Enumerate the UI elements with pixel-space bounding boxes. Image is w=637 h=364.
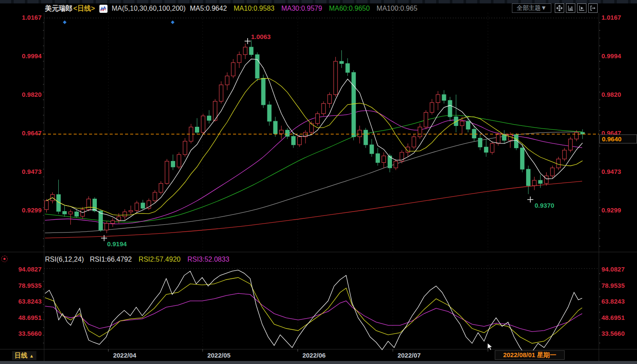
price-tick-label: 0.9299 bbox=[601, 206, 621, 213]
rsi-line-rsi2 bbox=[45, 277, 582, 343]
price-tick-label: 0.9820 bbox=[0, 91, 42, 97]
ma-value: MA5:0.9642 bbox=[190, 5, 227, 12]
price-tick-label: 1.0167 bbox=[601, 14, 621, 21]
month-label: 2022/07 bbox=[398, 352, 421, 359]
horizontal-scrollbar[interactable] bbox=[0, 361, 637, 364]
ma-value: MA10:0.9583 bbox=[234, 5, 275, 12]
ma-line-ma200 bbox=[45, 181, 582, 238]
ma-params-label: MA(5,10,30,60,100,200) bbox=[112, 5, 186, 12]
rsi-value: RSI2:57.4920 bbox=[139, 256, 181, 263]
price-tick-label: 0.9647 bbox=[0, 129, 42, 136]
rsi-value-list: RSI1:66.4792RSI2:57.4920RSI3:52.0833 bbox=[90, 256, 230, 263]
rsi-tick-label: 33.5660 bbox=[601, 330, 625, 337]
ma-value: MA100:0.965 bbox=[377, 5, 417, 12]
chart-controls: 全部主题▼ bbox=[512, 3, 598, 13]
event-dot bbox=[63, 21, 66, 24]
indicator-record-icon[interactable] bbox=[1, 256, 8, 262]
rsi-tick-label: 78.9535 bbox=[0, 282, 42, 288]
candlesticks bbox=[45, 40, 584, 233]
rsi-tick-label: 94.0827 bbox=[601, 266, 625, 272]
low-annotation-2: 0.9370 bbox=[535, 202, 554, 209]
mouse-cursor bbox=[487, 343, 493, 353]
high-annotation: 1.0063 bbox=[251, 33, 271, 40]
main-chart-legend: 美元瑞郎 <日线> MA(5,10,30,60,100,200) MA5:0.9… bbox=[45, 3, 417, 14]
ma-value-list: MA5:0.9642MA10:0.9583MA30:0.9579MA60:0.9… bbox=[190, 5, 417, 12]
y-axis-scale-icon[interactable] bbox=[566, 3, 575, 13]
rsi-tick-label: 33.5660 bbox=[0, 330, 42, 337]
rsi-tick-label: 63.8243 bbox=[601, 298, 625, 304]
ma-line-ma100 bbox=[45, 132, 582, 233]
rsi-tick-label: 78.9535 bbox=[601, 282, 625, 288]
pan-tool-icon[interactable] bbox=[555, 3, 564, 13]
kline-chart-icon[interactable] bbox=[99, 5, 108, 13]
rsi-tick-label: 63.8243 bbox=[0, 298, 42, 304]
rsi-legend: RSI(6,12,24) RSI1:66.4792RSI2:57.4920RSI… bbox=[45, 255, 229, 264]
time-axis-bar: 日线 ▲ 2022/042022/052022/062022/07 2022/0… bbox=[0, 349, 637, 361]
rsi-tick-label: 48.6951 bbox=[601, 314, 625, 320]
x-axis-play-icon[interactable] bbox=[577, 3, 586, 13]
month-label: 2022/06 bbox=[302, 352, 326, 359]
price-tick-label: 0.9820 bbox=[601, 91, 621, 97]
month-label: 2022/04 bbox=[113, 352, 136, 359]
crosshair-date-tooltip: 2022/08/01 星期一 bbox=[495, 350, 565, 360]
rsi-value: RSI3:52.0833 bbox=[187, 256, 229, 263]
price-tick-label: 0.9299 bbox=[0, 206, 42, 213]
price-tick-label: 0.9994 bbox=[601, 52, 621, 59]
price-tick-label: 1.0167 bbox=[0, 14, 42, 21]
price-tick-label: 0.9473 bbox=[0, 168, 42, 174]
period-selector-label: 日线 bbox=[15, 352, 27, 359]
chart-canvas[interactable] bbox=[0, 0, 637, 364]
price-tick-label: 0.9994 bbox=[0, 52, 42, 59]
rsi-tick-label: 48.6951 bbox=[0, 314, 42, 320]
symbol-name[interactable]: 美元瑞郎 bbox=[45, 4, 72, 13]
symbol-period-tag: <日线> bbox=[73, 4, 95, 13]
price-tick-label: 0.9473 bbox=[601, 168, 621, 174]
rsi-lines bbox=[45, 270, 582, 356]
ma-line-ma10 bbox=[47, 78, 583, 215]
last-price-badge: 0.9640 bbox=[599, 134, 637, 143]
ma-value: MA30:0.9579 bbox=[281, 5, 322, 12]
trading-chart-app: 美元瑞郎 <日线> MA(5,10,30,60,100,200) MA5:0.9… bbox=[0, 0, 637, 364]
exit-chart-icon[interactable] bbox=[588, 3, 598, 13]
grid-lines bbox=[0, 13, 637, 361]
rsi-tick-label: 94.0827 bbox=[0, 266, 42, 272]
theme-selector-button[interactable]: 全部主题▼ bbox=[512, 3, 551, 13]
rsi-params-label: RSI(6,12,24) bbox=[45, 256, 84, 263]
rsi-value: RSI1:66.4792 bbox=[90, 256, 132, 263]
rsi-line-rsi1 bbox=[45, 270, 582, 356]
annotation-markers bbox=[63, 21, 533, 241]
chevron-up-icon: ▲ bbox=[29, 353, 34, 358]
event-dot bbox=[171, 21, 174, 24]
low-annotation-1: 0.9194 bbox=[107, 241, 127, 247]
month-label: 2022/05 bbox=[207, 352, 230, 359]
ma-value: MA60:0.9650 bbox=[329, 5, 370, 12]
period-selector[interactable]: 日线 ▲ bbox=[12, 351, 36, 360]
